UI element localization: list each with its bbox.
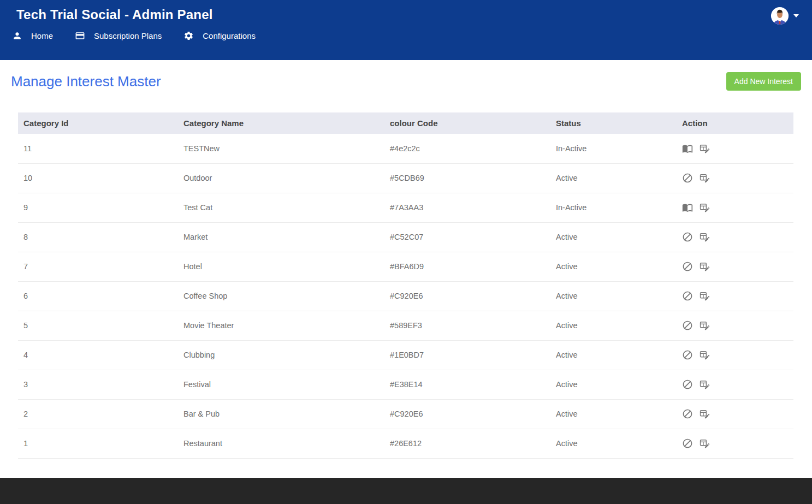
- cell-category-id: 2: [18, 399, 178, 429]
- cell-colour-code: #589EF3: [384, 311, 550, 340]
- table-row: 2 Bar & Pub #C920E6 Active: [18, 399, 793, 429]
- cell-status: Active: [550, 163, 677, 193]
- col-category-name: Category Name: [178, 112, 384, 134]
- cell-colour-code: #7A3AA3: [384, 193, 550, 222]
- cell-colour-code: #C920E6: [384, 281, 550, 311]
- cell-category-name: Coffee Shop: [178, 281, 384, 311]
- cell-actions: [677, 193, 793, 222]
- nav-item-subscription-plans[interactable]: Subscription Plans: [75, 31, 162, 41]
- cell-actions: [677, 311, 793, 340]
- cell-category-name: Movie Theater: [178, 311, 384, 340]
- cell-actions: [677, 340, 793, 370]
- app-footer: [0, 478, 812, 504]
- cell-status: Active: [550, 222, 677, 252]
- cell-status: Active: [550, 429, 677, 458]
- nav-item-home[interactable]: Home: [12, 31, 53, 41]
- table-row: 8 Market #C52C07 Active: [18, 222, 793, 252]
- cell-status: In-Active: [550, 134, 677, 163]
- disable-block-icon[interactable]: [682, 379, 693, 390]
- cell-actions: [677, 134, 793, 163]
- table-row: 7 Hotel #BFA6D9 Active: [18, 252, 793, 281]
- cell-actions: [677, 281, 793, 311]
- page-bar: Manage Interest Master Add New Interest: [0, 60, 812, 91]
- cell-status: Active: [550, 399, 677, 429]
- cell-category-name: Test Cat: [178, 193, 384, 222]
- disable-block-icon[interactable]: [682, 408, 693, 419]
- cell-status: Active: [550, 370, 677, 399]
- disable-block-icon[interactable]: [682, 232, 693, 242]
- edit-table-icon[interactable]: [699, 202, 710, 213]
- nav-label: Subscription Plans: [94, 31, 162, 40]
- table-row: 1 Restaurant #26E612 Active: [18, 429, 793, 458]
- edit-table-icon[interactable]: [699, 438, 710, 449]
- disable-block-icon[interactable]: [682, 438, 693, 449]
- cell-category-name: Market: [178, 222, 384, 252]
- edit-table-icon[interactable]: [699, 143, 710, 154]
- cell-category-id: 7: [18, 252, 178, 281]
- edit-table-icon[interactable]: [699, 173, 710, 183]
- edit-table-icon[interactable]: [699, 290, 710, 301]
- col-category-id: Category Id: [18, 112, 178, 134]
- cell-colour-code: #BFA6D9: [384, 252, 550, 281]
- edit-table-icon[interactable]: [699, 349, 710, 360]
- cell-actions: [677, 429, 793, 458]
- cell-category-name: Hotel: [178, 252, 384, 281]
- caret-down-icon[interactable]: [793, 14, 799, 17]
- disable-block-icon[interactable]: [682, 173, 693, 183]
- cell-category-name: Restaurant: [178, 429, 384, 458]
- person-icon: [12, 31, 22, 41]
- edit-table-icon[interactable]: [699, 261, 710, 272]
- edit-table-icon[interactable]: [699, 408, 710, 419]
- table-body: 11 TESTNew #4e2c2c In-Active 10 Outdoor: [18, 134, 793, 458]
- user-menu[interactable]: [770, 7, 799, 25]
- nav-label: Home: [31, 31, 53, 40]
- disable-block-icon[interactable]: [682, 349, 693, 360]
- enable-book-icon[interactable]: [682, 202, 693, 213]
- cell-category-name: TESTNew: [178, 134, 384, 163]
- enable-book-icon[interactable]: [682, 143, 693, 154]
- cell-category-id: 3: [18, 370, 178, 399]
- card-icon: [75, 31, 85, 41]
- cell-actions: [677, 222, 793, 252]
- col-status: Status: [550, 112, 677, 134]
- nav-item-configurations[interactable]: Configurations: [183, 31, 256, 41]
- cell-status: Active: [550, 311, 677, 340]
- edit-table-icon[interactable]: [699, 320, 710, 331]
- interest-table: Category Id Category Name colour Code St…: [18, 112, 793, 459]
- cell-actions: [677, 370, 793, 399]
- table-row: 10 Outdoor #5CDB69 Active: [18, 163, 793, 193]
- cell-category-name: Festival: [178, 370, 384, 399]
- disable-block-icon[interactable]: [682, 290, 693, 301]
- cell-colour-code: #C52C07: [384, 222, 550, 252]
- cell-colour-code: #26E612: [384, 429, 550, 458]
- main-nav: Home Subscription Plans Configurations: [0, 25, 812, 41]
- user-avatar[interactable]: [770, 7, 789, 25]
- app-title: Tech Trial Social - Admin Panel: [16, 7, 213, 22]
- cell-colour-code: #C920E6: [384, 399, 550, 429]
- edit-table-icon[interactable]: [699, 232, 710, 242]
- cell-status: Active: [550, 252, 677, 281]
- cell-category-id: 6: [18, 281, 178, 311]
- disable-block-icon[interactable]: [682, 320, 693, 331]
- cell-actions: [677, 163, 793, 193]
- table-row: 9 Test Cat #7A3AA3 In-Active: [18, 193, 793, 222]
- page-title: Manage Interest Master: [11, 73, 161, 90]
- table-header-row: Category Id Category Name colour Code St…: [18, 112, 793, 134]
- table-row: 6 Coffee Shop #C920E6 Active: [18, 281, 793, 311]
- cell-category-name: Outdoor: [178, 163, 384, 193]
- cell-status: In-Active: [550, 193, 677, 222]
- edit-table-icon[interactable]: [699, 379, 710, 390]
- add-new-interest-button[interactable]: Add New Interest: [726, 72, 801, 91]
- table-row: 3 Festival #E38E14 Active: [18, 370, 793, 399]
- gear-icon: [183, 31, 194, 41]
- cell-status: Active: [550, 281, 677, 311]
- cell-category-id: 9: [18, 193, 178, 222]
- table-row: 5 Movie Theater #589EF3 Active: [18, 311, 793, 340]
- nav-label: Configurations: [203, 31, 256, 40]
- disable-block-icon[interactable]: [682, 261, 693, 272]
- cell-category-id: 8: [18, 222, 178, 252]
- cell-actions: [677, 252, 793, 281]
- cell-category-name: Clubbing: [178, 340, 384, 370]
- cell-colour-code: #4e2c2c: [384, 134, 550, 163]
- col-action: Action: [677, 112, 793, 134]
